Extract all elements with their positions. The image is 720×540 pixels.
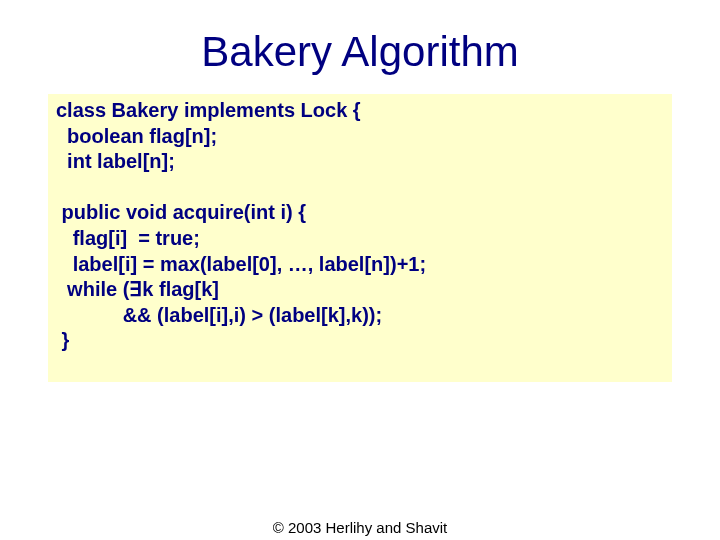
code-line: while (∃k flag[k] [56, 278, 219, 300]
code-line: boolean flag[n]; [56, 125, 217, 147]
code-line: flag[i] = true; [56, 227, 200, 249]
code-line: label[i] = max(label[0], …, label[n])+1; [56, 253, 426, 275]
slide: Bakery Algorithm class Bakery implements… [0, 28, 720, 540]
code-line: class Bakery implements Lock { [56, 99, 361, 121]
code-line: int label[n]; [56, 150, 175, 172]
code-line: } [56, 329, 69, 351]
code-line: && (label[i],i) > (label[k],k)); [56, 304, 382, 326]
code-line: public void acquire(int i) { [56, 201, 306, 223]
slide-title: Bakery Algorithm [0, 28, 720, 76]
footer-copyright: © 2003 Herlihy and Shavit [0, 519, 720, 536]
code-block: class Bakery implements Lock { boolean f… [48, 94, 672, 382]
